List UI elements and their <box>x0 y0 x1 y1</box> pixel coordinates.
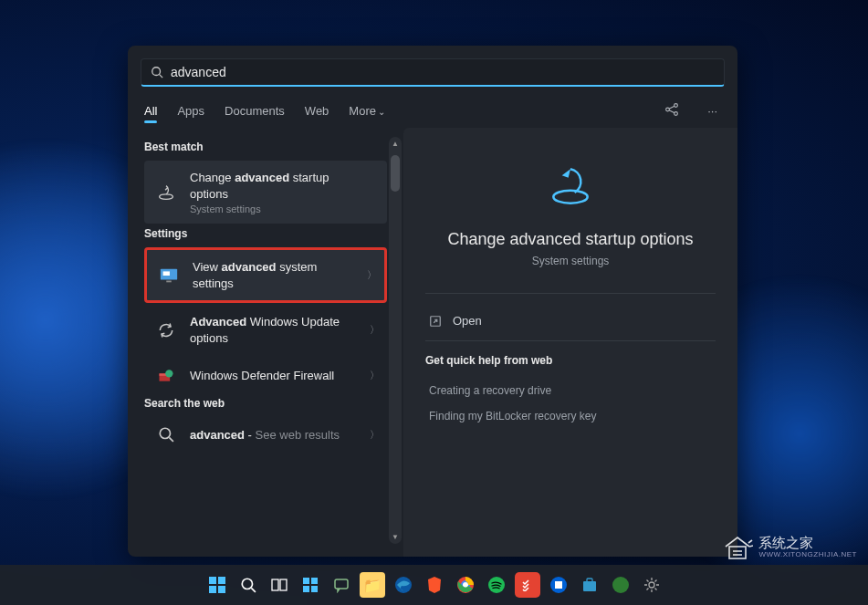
share-icon[interactable] <box>660 98 684 124</box>
search-web-header: Search the web <box>144 397 403 410</box>
tab-apps[interactable]: Apps <box>177 99 204 123</box>
svg-rect-24 <box>272 579 278 590</box>
svg-point-13 <box>165 370 173 377</box>
svg-rect-42 <box>729 547 746 558</box>
preview-title: Change advanced startup options <box>425 230 716 249</box>
svg-rect-21 <box>218 586 225 593</box>
svg-rect-30 <box>335 579 348 589</box>
svg-rect-9 <box>163 271 170 276</box>
app-icon-green[interactable] <box>608 572 633 598</box>
svg-rect-29 <box>311 586 318 592</box>
preview-pane: Change advanced startup options System s… <box>403 128 737 557</box>
result-best-match[interactable]: Change advanced startup options System s… <box>144 161 387 224</box>
scroll-up-icon[interactable]: ▲ <box>389 140 402 148</box>
results-list: Best match Change advanced startup optio… <box>128 124 403 557</box>
divider <box>425 340 716 341</box>
startup-options-icon <box>153 183 179 203</box>
svg-rect-38 <box>583 581 596 591</box>
chevron-right-icon: 〉 <box>370 323 380 337</box>
svg-point-41 <box>649 582 654 588</box>
svg-rect-39 <box>587 579 592 582</box>
svg-line-1 <box>160 75 163 78</box>
svg-point-16 <box>553 191 587 203</box>
chevron-right-icon: 〉 <box>370 428 380 442</box>
scroll-down-icon[interactable]: ▼ <box>389 533 402 541</box>
svg-rect-27 <box>311 578 318 584</box>
svg-point-0 <box>152 68 161 76</box>
help-link-bitlocker[interactable]: Finding my BitLocker recovery key <box>425 403 716 429</box>
start-button[interactable] <box>204 572 230 598</box>
brave-icon[interactable] <box>422 572 447 598</box>
result-subtitle: System settings <box>190 203 360 214</box>
widgets-icon[interactable] <box>298 572 323 598</box>
tab-documents[interactable]: Documents <box>225 99 285 123</box>
todoist-icon[interactable] <box>515 572 540 598</box>
tab-all[interactable]: All <box>144 99 157 123</box>
chevron-right-icon: 〉 <box>367 268 377 282</box>
preview-icon <box>425 161 716 215</box>
result-web-search[interactable]: advanced - See web results 〉 <box>144 417 387 452</box>
svg-rect-28 <box>303 586 309 592</box>
result-title: Change advanced startup options <box>190 170 360 202</box>
svg-line-45 <box>748 540 752 543</box>
chevron-right-icon: 〉 <box>370 369 380 382</box>
svg-line-15 <box>169 438 173 443</box>
explorer-icon[interactable]: 📁 <box>360 572 385 598</box>
watermark: 系统之家 WWW.XITONGZHIJIA.NET <box>722 534 857 561</box>
svg-rect-19 <box>218 577 225 584</box>
svg-line-46 <box>749 546 753 547</box>
chevron-down-icon: ⌄ <box>378 107 385 117</box>
quick-help-header: Get quick help from web <box>425 354 716 367</box>
update-icon <box>153 321 179 339</box>
svg-point-2 <box>666 108 670 111</box>
chat-icon[interactable] <box>329 572 354 598</box>
search-tabs: All Apps Documents Web More⌄ ··· <box>128 94 737 124</box>
tab-more[interactable]: More⌄ <box>349 99 385 123</box>
svg-line-5 <box>669 106 675 109</box>
result-title: View advanced system settings <box>193 259 357 291</box>
svg-rect-20 <box>209 586 216 593</box>
settings-header: Settings <box>144 227 403 240</box>
result-defender-firewall[interactable]: Windows Defender Firewall 〉 <box>144 357 387 393</box>
svg-point-3 <box>675 104 678 108</box>
chrome-icon[interactable] <box>453 572 478 598</box>
search-icon <box>153 426 179 443</box>
app-icon-blue[interactable] <box>546 572 571 598</box>
monitor-icon <box>156 266 182 285</box>
search-window: All Apps Documents Web More⌄ ··· Best ma… <box>128 46 737 557</box>
svg-rect-10 <box>166 280 172 282</box>
store-icon[interactable] <box>577 572 602 598</box>
tab-web[interactable]: Web <box>305 99 329 123</box>
edge-icon[interactable] <box>391 572 416 598</box>
result-title: Windows Defender Firewall <box>190 368 360 384</box>
divider <box>425 293 716 294</box>
spotify-icon[interactable] <box>484 572 509 598</box>
preview-subtitle: System settings <box>425 255 716 267</box>
open-action[interactable]: Open <box>425 307 716 335</box>
result-view-advanced-system-settings[interactable]: View advanced system settings 〉 <box>144 247 387 303</box>
house-icon <box>722 534 753 561</box>
search-input[interactable] <box>171 65 715 79</box>
search-taskbar-icon[interactable] <box>235 572 261 598</box>
scrollbar[interactable]: ▲ ▼ <box>389 137 402 544</box>
svg-rect-25 <box>280 579 287 590</box>
task-view-icon[interactable] <box>267 572 292 598</box>
svg-line-23 <box>251 588 256 592</box>
open-icon <box>429 315 442 328</box>
settings-taskbar-icon[interactable] <box>639 572 664 598</box>
svg-point-14 <box>160 429 170 439</box>
svg-point-40 <box>612 577 629 593</box>
search-bar[interactable] <box>141 58 725 87</box>
result-title: advanced - See web results <box>190 427 360 443</box>
scroll-thumb[interactable] <box>391 155 400 192</box>
svg-rect-18 <box>209 577 216 584</box>
more-options-icon[interactable]: ··· <box>704 100 721 121</box>
svg-rect-26 <box>303 578 309 584</box>
svg-point-7 <box>160 193 173 199</box>
search-icon <box>151 66 163 78</box>
svg-rect-37 <box>555 581 562 589</box>
result-advanced-windows-update[interactable]: Advanced Windows Update options 〉 <box>144 305 387 355</box>
svg-line-6 <box>669 110 675 113</box>
taskbar: 📁 <box>0 565 868 605</box>
help-link-recovery-drive[interactable]: Creating a recovery drive <box>425 378 716 403</box>
